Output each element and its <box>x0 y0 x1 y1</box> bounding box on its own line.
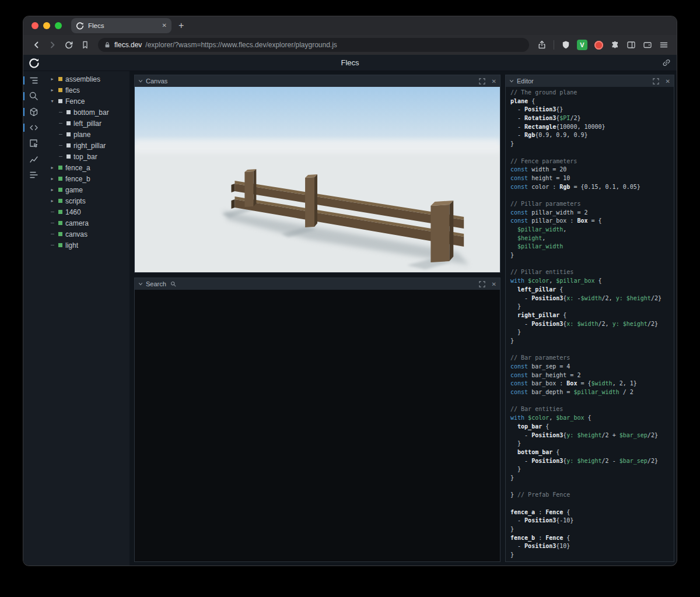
link-icon[interactable] <box>662 58 671 67</box>
code-line: // Fence parameters <box>510 158 674 167</box>
tree-item-assemblies[interactable]: ▸assemblies <box>44 73 130 85</box>
code-line: // Bar entities <box>510 406 674 415</box>
tree-item-label: scripts <box>65 197 86 205</box>
tree-item-plane[interactable]: plane <box>44 129 130 140</box>
close-icon[interactable]: ✕ <box>492 281 496 287</box>
code-line: } <box>510 440 674 449</box>
bookmark-icon[interactable] <box>78 38 92 52</box>
outline-icon[interactable] <box>23 76 44 85</box>
tab-bar: Flecs ✕ + <box>23 16 677 35</box>
forward-icon[interactable] <box>46 38 60 52</box>
tree-item-label: canvas <box>65 230 88 238</box>
code-line: // The ground plane <box>510 89 674 98</box>
chart-icon[interactable] <box>23 154 44 164</box>
editor-code[interactable]: // The ground planeplane { - Position3{}… <box>506 87 674 561</box>
tree-item-fence_b[interactable]: ▸fence_b <box>44 173 130 184</box>
chevron-right-icon[interactable]: ▸ <box>49 198 55 203</box>
chevron-right-icon[interactable]: ▸ <box>49 76 55 82</box>
extensions-puzzle-icon[interactable] <box>608 38 622 52</box>
entity-color-square <box>58 166 62 170</box>
browser-tab[interactable]: Flecs ✕ <box>71 18 172 33</box>
code-line: fence_a : Fence { <box>510 509 674 518</box>
tree-item-scripts[interactable]: ▸scripts <box>44 195 130 206</box>
close-window-button[interactable] <box>32 22 38 29</box>
3d-scene[interactable] <box>135 87 500 272</box>
share-icon[interactable] <box>535 38 549 52</box>
tree-item-flecs[interactable]: ▸flecs <box>44 85 130 96</box>
brave-shield-icon[interactable] <box>559 38 573 52</box>
v-extension-badge: V <box>577 40 587 50</box>
tree-item-game[interactable]: ▸game <box>44 184 130 195</box>
code-line: top_bar { <box>510 423 674 432</box>
red-extension-icon[interactable] <box>592 38 606 52</box>
code-line: with $color, $bar_box { <box>510 415 674 423</box>
code-line <box>510 346 674 355</box>
menu-icon[interactable] <box>657 38 671 52</box>
collapse-chevron-icon[interactable] <box>138 79 143 83</box>
new-tab-button[interactable]: + <box>178 20 184 31</box>
code-icon[interactable] <box>23 123 44 132</box>
v-extension-icon[interactable]: V <box>575 38 589 52</box>
flecs-logo-icon[interactable] <box>28 57 40 69</box>
tab-close-icon[interactable]: ✕ <box>162 23 167 29</box>
minimize-window-button[interactable] <box>43 22 50 29</box>
chevron-right-icon[interactable]: ▸ <box>49 87 55 93</box>
page-title: Flecs <box>23 58 677 67</box>
entity-color-square <box>58 188 62 192</box>
tree-item-camera[interactable]: camera <box>44 217 130 229</box>
chevron-right-icon[interactable]: ▸ <box>49 165 55 170</box>
search-icon[interactable] <box>23 92 44 101</box>
cube-icon[interactable] <box>23 107 44 117</box>
chevron-right-icon[interactable]: ▸ <box>49 187 55 192</box>
code-line: const color : Rgb = {0.15, 0.1, 0.05} <box>510 184 674 192</box>
tree-item-right_pillar[interactable]: right_pillar <box>44 140 130 151</box>
tree-item-1460[interactable]: 1460 <box>44 206 130 217</box>
code-line: } // Prefab Fence <box>510 491 674 500</box>
wallet-icon[interactable] <box>640 38 654 52</box>
code-line: - Position3{} <box>510 106 674 115</box>
collapse-chevron-icon[interactable] <box>509 79 514 83</box>
zoom-window-button[interactable] <box>55 22 62 29</box>
tree-item-top_bar[interactable]: top_bar <box>44 151 130 162</box>
tree-item-bottom_bar[interactable]: bottom_bar <box>44 107 130 118</box>
expand-icon[interactable] <box>653 78 659 85</box>
entity-color-square <box>58 77 62 81</box>
url-path: /explorer/?wasm=https://www.flecs.dev/ex… <box>145 41 337 49</box>
close-icon[interactable]: ✕ <box>492 78 496 85</box>
tree-connector <box>57 112 64 113</box>
entity-color-square <box>66 121 71 125</box>
expand-icon[interactable] <box>479 78 485 85</box>
code-line: bottom_bar { <box>510 449 674 458</box>
url-bar[interactable]: flecs.dev/explorer/?wasm=https://www.fle… <box>98 38 529 52</box>
entity-color-square <box>66 154 71 159</box>
tree-item-fence_a[interactable]: ▸fence_a <box>44 162 130 173</box>
navigation-bar: flecs.dev/explorer/?wasm=https://www.fle… <box>23 35 677 55</box>
entity-color-square <box>58 99 62 103</box>
inspect-icon[interactable] <box>23 139 44 148</box>
code-line: const pillar_box : Box = { <box>510 217 674 226</box>
back-icon[interactable] <box>29 38 43 52</box>
app-header: Flecs <box>23 55 677 71</box>
tree-connector <box>49 234 55 234</box>
sidebar-panel-icon[interactable] <box>624 38 638 52</box>
code-line: } <box>510 552 674 560</box>
chevron-right-icon[interactable]: ▸ <box>49 176 55 181</box>
code-line <box>510 261 674 269</box>
close-icon[interactable]: ✕ <box>666 78 670 85</box>
tree-item-light[interactable]: light <box>44 240 130 251</box>
search-panel-title: Search <box>146 280 166 287</box>
tree-item-left_pillar[interactable]: left_pillar <box>44 118 130 129</box>
reload-icon[interactable] <box>62 38 76 52</box>
entity-color-square <box>58 221 62 225</box>
expand-icon[interactable] <box>479 281 485 287</box>
code-line: left_pillar { <box>510 286 674 295</box>
collapse-chevron-icon[interactable] <box>138 282 143 286</box>
tree-item-Fence[interactable]: ▾Fence <box>44 96 130 107</box>
tree-connector <box>57 156 64 157</box>
tree-item-canvas[interactable]: canvas <box>44 229 130 240</box>
code-line: $pillar_width, <box>510 226 674 235</box>
canvas-panel: Canvas ✕ <box>134 75 501 273</box>
stats-icon[interactable] <box>23 170 44 180</box>
chevron-down-icon[interactable]: ▾ <box>49 99 55 104</box>
fence-right-pillar <box>430 201 453 262</box>
